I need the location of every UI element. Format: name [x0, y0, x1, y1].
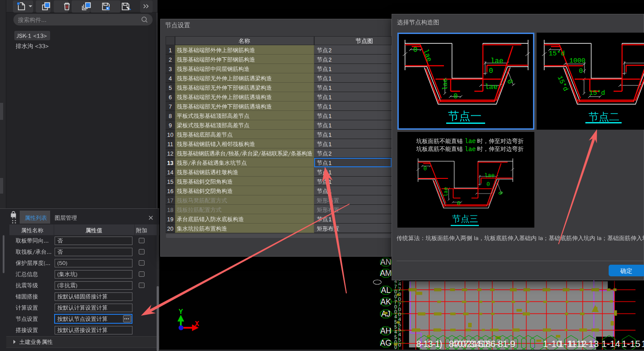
- svg-text:6: 6: [169, 94, 172, 101]
- svg-text:2: 2: [328, 151, 332, 157]
- svg-text:lae: lae: [485, 83, 498, 91]
- svg-text:0: 0: [453, 93, 458, 101]
- svg-text:lae: lae: [443, 187, 449, 197]
- svg-text:11: 11: [167, 141, 173, 148]
- svg-text:18: 18: [167, 207, 174, 213]
- svg-text:0: 0: [423, 165, 427, 172]
- svg-text:0: 0: [486, 181, 490, 188]
- svg-text:16: 16: [167, 188, 174, 195]
- svg-text:15*d: 15*d: [549, 50, 565, 58]
- svg-text:7: 7: [169, 104, 172, 110]
- svg-text:4: 4: [169, 76, 172, 82]
- svg-text:2: 2: [328, 57, 332, 63]
- svg-text:9: 9: [169, 123, 172, 129]
- svg-text:8: 8: [169, 113, 172, 119]
- svg-text:1: 1: [328, 141, 332, 148]
- svg-text:1: 1: [328, 94, 332, 101]
- svg-text:0: 0: [505, 78, 514, 85]
- svg-text:3: 3: [169, 66, 172, 72]
- svg-text:0: 0: [457, 200, 461, 207]
- svg-text:1: 1: [328, 132, 332, 138]
- svg-text:1000: 1000: [569, 57, 585, 65]
- svg-text:1: 1: [328, 85, 332, 91]
- svg-text:2: 2: [169, 57, 172, 63]
- svg-text:13: 13: [167, 160, 174, 166]
- svg-text:lae: lae: [465, 138, 476, 145]
- svg-text:Y: Y: [179, 308, 183, 316]
- svg-text:0: 0: [489, 67, 493, 75]
- svg-text:14: 14: [167, 169, 174, 176]
- svg-text:1: 1: [328, 66, 332, 72]
- svg-text:1: 1: [169, 47, 172, 54]
- svg-text:lae: lae: [421, 48, 433, 63]
- svg-text:10: 10: [167, 132, 174, 138]
- svg-text:1: 1: [328, 216, 332, 223]
- svg-text:lae: lae: [484, 172, 495, 179]
- svg-text:1: 1: [328, 104, 332, 110]
- svg-text:lae: lae: [442, 78, 449, 90]
- svg-text:5: 5: [169, 85, 172, 91]
- svg-text:17: 17: [167, 198, 174, 204]
- svg-text:0: 0: [413, 46, 418, 54]
- svg-text:lae: lae: [465, 146, 476, 153]
- svg-text:1: 1: [328, 113, 332, 119]
- svg-text:2: 2: [328, 47, 332, 54]
- svg-text:1: 1: [328, 76, 332, 82]
- svg-text:15*d: 15*d: [589, 89, 605, 97]
- svg-text:0: 0: [579, 68, 583, 75]
- svg-text:1: 1: [328, 160, 332, 166]
- svg-text:1: 1: [328, 123, 332, 129]
- svg-text:12: 12: [167, 151, 174, 157]
- svg-text:0: 0: [496, 190, 504, 196]
- svg-text:19: 19: [167, 216, 174, 223]
- svg-text:X: X: [195, 320, 199, 328]
- svg-text:20: 20: [167, 226, 174, 232]
- svg-text:15: 15: [167, 179, 174, 185]
- svg-text:lae: lae: [490, 57, 503, 65]
